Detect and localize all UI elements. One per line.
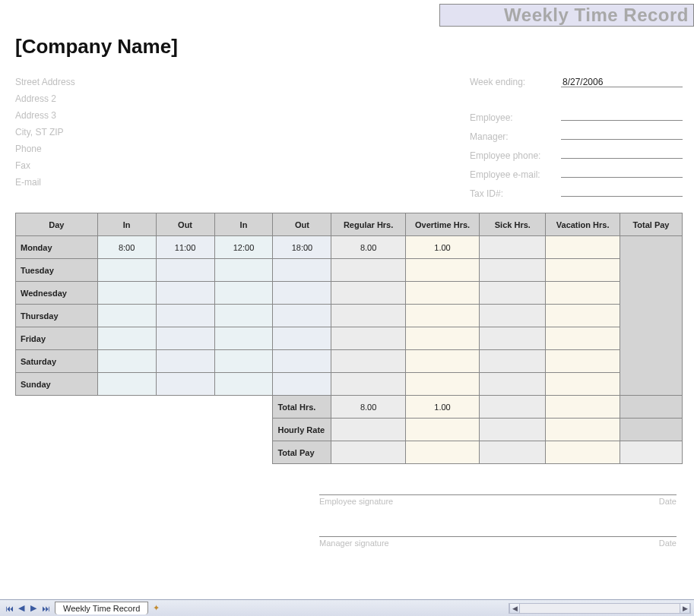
out2-cell[interactable] (273, 282, 331, 305)
in1-cell[interactable] (97, 350, 156, 373)
in2-cell[interactable] (214, 259, 273, 282)
sheet-tab-weekly-time-record[interactable]: Weekly Time Record (55, 602, 148, 614)
in1-cell[interactable]: 8:00 (97, 236, 156, 259)
manager-label: Manager: (470, 128, 561, 145)
out2-cell[interactable] (273, 350, 331, 373)
tab-nav-first-icon[interactable]: ⏮ (4, 603, 14, 614)
overtime-hrs-cell[interactable] (405, 305, 479, 327)
employee-value[interactable] (561, 107, 683, 121)
overtime-hrs-cell[interactable] (405, 259, 479, 282)
in1-cell[interactable] (97, 327, 156, 350)
vacation-hrs-cell[interactable] (546, 259, 620, 282)
overtime-hrs-cell[interactable] (405, 350, 479, 373)
in2-cell[interactable] (214, 327, 273, 350)
vacation-hrs-cell[interactable] (546, 327, 620, 350)
in2-cell[interactable] (214, 373, 273, 396)
vacation-hrs-cell[interactable] (546, 305, 620, 327)
employee-email-value[interactable] (561, 164, 683, 178)
total-pay-sick[interactable] (480, 441, 546, 464)
in2-cell[interactable] (214, 282, 273, 305)
overtime-hrs-cell[interactable] (405, 373, 479, 396)
regular-hrs-cell[interactable]: 8.00 (331, 236, 405, 259)
total-sick-hrs[interactable] (480, 396, 546, 419)
out1-cell[interactable]: 11:00 (156, 236, 214, 259)
overtime-hrs-cell[interactable] (405, 282, 479, 305)
sick-hrs-cell[interactable] (480, 236, 546, 259)
out1-cell[interactable] (156, 350, 214, 373)
hourly-rate-total-pay[interactable] (620, 419, 682, 441)
sick-hrs-cell[interactable] (480, 282, 546, 305)
in2-cell[interactable] (214, 350, 273, 373)
regular-hrs-cell[interactable] (331, 373, 405, 396)
total-vacation-hrs[interactable] (546, 396, 620, 419)
week-ending-value[interactable]: 8/27/2006 (561, 74, 683, 87)
col-regular-hrs: Regular Hrs. (331, 213, 405, 236)
hourly-rate-overtime[interactable] (405, 419, 479, 441)
out2-cell[interactable] (273, 373, 331, 396)
total-regular-hrs[interactable]: 8.00 (331, 396, 405, 419)
summary-total-pay-row: Total Pay (16, 441, 683, 464)
timesheet-table: Day In Out In Out Regular Hrs. Overtime … (15, 213, 683, 464)
horizontal-scrollbar[interactable]: ◀ ▶ (509, 603, 691, 614)
vacation-hrs-cell[interactable] (546, 373, 620, 396)
hourly-rate-sick[interactable] (480, 419, 546, 441)
total-pay-merged-cell[interactable] (620, 236, 682, 396)
scroll-left-icon[interactable]: ◀ (509, 604, 520, 613)
tax-id-value[interactable] (561, 183, 683, 197)
out1-cell[interactable] (156, 373, 214, 396)
employee-phone-value[interactable] (561, 145, 683, 159)
out1-cell[interactable] (156, 327, 214, 350)
col-vacation-hrs: Vacation Hrs. (546, 213, 620, 236)
day-cell[interactable]: Saturday (16, 350, 98, 373)
in2-cell[interactable]: 12:00 (214, 236, 273, 259)
total-hrs-total-pay[interactable] (620, 396, 682, 419)
day-cell[interactable]: Wednesday (16, 282, 98, 305)
sick-hrs-cell[interactable] (480, 350, 546, 373)
hourly-rate-regular[interactable] (331, 419, 405, 441)
vacation-hrs-cell[interactable] (546, 350, 620, 373)
out2-cell[interactable] (273, 305, 331, 327)
regular-hrs-cell[interactable] (331, 327, 405, 350)
regular-hrs-cell[interactable] (331, 305, 405, 327)
total-pay-vacation[interactable] (546, 441, 620, 464)
out1-cell[interactable] (156, 282, 214, 305)
scroll-right-icon[interactable]: ▶ (680, 604, 690, 613)
tab-nav-prev-icon[interactable]: ◀ (16, 603, 27, 614)
in1-cell[interactable] (97, 373, 156, 396)
vacation-hrs-cell[interactable] (546, 282, 620, 305)
day-cell[interactable]: Sunday (16, 373, 98, 396)
day-cell[interactable]: Tuesday (16, 259, 98, 282)
out2-cell[interactable] (273, 327, 331, 350)
out1-cell[interactable] (156, 305, 214, 327)
manager-value[interactable] (561, 126, 683, 140)
regular-hrs-cell[interactable] (331, 350, 405, 373)
out1-cell[interactable] (156, 259, 214, 282)
day-cell[interactable]: Thursday (16, 305, 98, 327)
overtime-hrs-cell[interactable]: 1.00 (405, 236, 479, 259)
regular-hrs-cell[interactable] (331, 259, 405, 282)
sick-hrs-cell[interactable] (480, 373, 546, 396)
in1-cell[interactable] (97, 305, 156, 327)
total-pay-regular[interactable] (331, 441, 405, 464)
day-cell[interactable]: Monday (16, 236, 98, 259)
in2-cell[interactable] (214, 305, 273, 327)
sick-hrs-cell[interactable] (480, 327, 546, 350)
sick-hrs-cell[interactable] (480, 259, 546, 282)
out2-cell[interactable]: 18:00 (273, 236, 331, 259)
tab-nav-next-icon[interactable]: ▶ (28, 603, 39, 614)
hourly-rate-vacation[interactable] (546, 419, 620, 441)
employee-signature-label: Employee signature (319, 497, 393, 506)
tab-nav-last-icon[interactable]: ⏭ (40, 603, 51, 614)
total-overtime-hrs[interactable]: 1.00 (405, 396, 479, 419)
regular-hrs-cell[interactable] (331, 282, 405, 305)
grand-total-pay[interactable] (620, 441, 682, 464)
sick-hrs-cell[interactable] (480, 305, 546, 327)
out2-cell[interactable] (273, 259, 331, 282)
in1-cell[interactable] (97, 282, 156, 305)
in1-cell[interactable] (97, 259, 156, 282)
overtime-hrs-cell[interactable] (405, 327, 479, 350)
vacation-hrs-cell[interactable] (546, 236, 620, 259)
new-sheet-icon[interactable]: ✦ (153, 603, 160, 613)
total-pay-overtime[interactable] (405, 441, 479, 464)
day-cell[interactable]: Friday (16, 327, 98, 350)
